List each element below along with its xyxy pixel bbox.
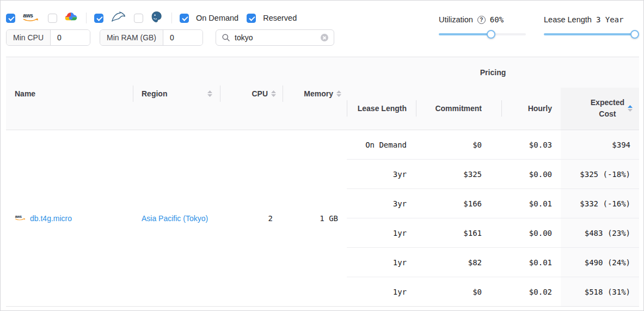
hourly-value: $0.00 xyxy=(501,218,561,248)
aws-logo-icon: aws xyxy=(22,11,40,25)
min-cpu-input[interactable] xyxy=(51,30,90,45)
expected-cost-value: $518 (31%) xyxy=(561,277,639,307)
expected-cost-value: $325 (-18%) xyxy=(561,160,639,189)
gcp-provider-filter[interactable] xyxy=(48,12,77,25)
reserved-label: Reserved xyxy=(263,14,297,22)
on-demand-checkbox[interactable] xyxy=(180,14,189,23)
min-ram-label: Min RAM (GB) xyxy=(100,30,163,45)
filter-toolbar: aws xyxy=(6,11,305,25)
commitment-value: $325 xyxy=(416,160,501,189)
region-cell: Asia Pacific (Tokyo) xyxy=(133,130,220,307)
column-header-memory[interactable]: Memory xyxy=(283,57,347,130)
commitment-value: $0 xyxy=(416,130,501,160)
mysql-engine-filter[interactable] xyxy=(94,11,126,25)
utilization-label: Utilization xyxy=(439,15,473,24)
commitment-value: $166 xyxy=(416,189,501,218)
column-header-lease-length: Lease Length xyxy=(347,88,416,130)
filter-inputs-row: Min CPU Min RAM (GB) xyxy=(6,29,334,46)
aws-provider-filter[interactable]: aws xyxy=(6,11,40,25)
utilization-slider[interactable] xyxy=(439,30,526,39)
column-header-region[interactable]: Region xyxy=(133,57,220,130)
lease-length-slider-thumb[interactable] xyxy=(630,30,639,39)
postgresql-elephant-icon xyxy=(150,11,163,26)
lease-length-value: 1yr xyxy=(347,248,416,277)
instance-name-cell: aws db.t4g.micro xyxy=(6,130,133,307)
lease-length-value: 1yr xyxy=(347,277,416,307)
hourly-value: $0.01 xyxy=(501,189,561,218)
expected-cost-value: $490 (24%) xyxy=(561,248,639,277)
search-icon xyxy=(222,33,230,42)
min-ram-group: Min RAM (GB) xyxy=(100,29,203,46)
hourly-value: $0.01 xyxy=(501,248,561,277)
min-cpu-label: Min CPU xyxy=(7,30,51,45)
pricing-group-header: Pricing xyxy=(347,57,639,88)
lease-length-value: 1yr xyxy=(347,218,416,248)
lease-length-value: On Demand xyxy=(347,130,416,160)
google-cloud-logo-icon xyxy=(64,12,77,25)
commitment-value: $82 xyxy=(416,248,501,277)
lease-length-slider[interactable] xyxy=(544,30,635,39)
region-link[interactable]: Asia Pacific (Tokyo) xyxy=(142,214,208,223)
min-ram-input[interactable] xyxy=(163,30,203,45)
reserved-filter[interactable]: Reserved xyxy=(247,14,297,23)
lease-length-value: 3yr xyxy=(347,189,416,218)
help-icon[interactable]: ? xyxy=(477,16,486,24)
postgresql-engine-filter[interactable] xyxy=(134,11,163,26)
utilization-control: Utilization ? 60% xyxy=(439,15,526,39)
search-input[interactable] xyxy=(235,33,316,42)
column-header-hourly: Hourly xyxy=(501,88,561,130)
svg-text:aws: aws xyxy=(15,215,22,218)
utilization-value: 60% xyxy=(490,15,504,24)
mysql-checkbox[interactable] xyxy=(94,14,103,23)
hourly-value: $0.03 xyxy=(501,130,561,160)
lease-length-label: Lease Length xyxy=(544,15,592,24)
on-demand-label: On Demand xyxy=(196,14,238,22)
instance-name-link[interactable]: db.t4g.micro xyxy=(30,214,72,223)
commitment-value: $0 xyxy=(416,277,501,307)
hourly-value: $0.02 xyxy=(501,277,561,307)
sort-icon-active-asc[interactable] xyxy=(628,105,633,112)
expected-cost-value: $332 (-16%) xyxy=(561,189,639,218)
column-header-name: Name xyxy=(6,57,133,130)
hourly-value: $0.00 xyxy=(501,160,561,189)
search-clear-icon[interactable] xyxy=(321,34,328,41)
toolbar-divider xyxy=(86,13,87,23)
memory-cell: 1 GB xyxy=(283,130,347,307)
sort-icon[interactable] xyxy=(271,90,276,97)
sort-icon[interactable] xyxy=(207,90,212,97)
commitment-value: $161 xyxy=(416,218,501,248)
mysql-dolphin-icon xyxy=(111,11,126,25)
aws-checkbox[interactable] xyxy=(6,14,15,23)
toolbar-divider xyxy=(171,13,172,23)
expected-cost-value: $483 (23%) xyxy=(561,218,639,248)
column-header-cpu[interactable]: CPU xyxy=(220,57,283,130)
on-demand-filter[interactable]: On Demand xyxy=(180,14,238,23)
lease-length-control: Lease Length 3 Year xyxy=(544,15,635,39)
expected-cost-value: $394 xyxy=(561,130,639,160)
min-cpu-group: Min CPU xyxy=(6,29,90,46)
gcp-checkbox[interactable] xyxy=(48,14,57,23)
column-header-commitment: Commitment xyxy=(416,88,501,130)
postgresql-checkbox[interactable] xyxy=(134,14,143,23)
cloud-instance-pricing-app: aws xyxy=(0,0,644,311)
column-header-expected-cost[interactable]: Expected Cost xyxy=(561,88,639,130)
table-row: aws db.t4g.micro Asia Pacific (Tokyo) 2 … xyxy=(6,130,639,160)
aws-icon: aws xyxy=(15,214,26,223)
utilization-slider-thumb[interactable] xyxy=(487,30,495,39)
cpu-cell: 2 xyxy=(220,130,283,307)
svg-text:aws: aws xyxy=(23,13,33,19)
instances-table: Name Region CPU xyxy=(6,57,639,307)
reserved-checkbox[interactable] xyxy=(247,14,256,23)
lease-length-value: 3 Year xyxy=(596,15,624,24)
lease-length-value: 3yr xyxy=(347,160,416,189)
search-box xyxy=(216,29,334,46)
sort-icon[interactable] xyxy=(336,90,341,97)
